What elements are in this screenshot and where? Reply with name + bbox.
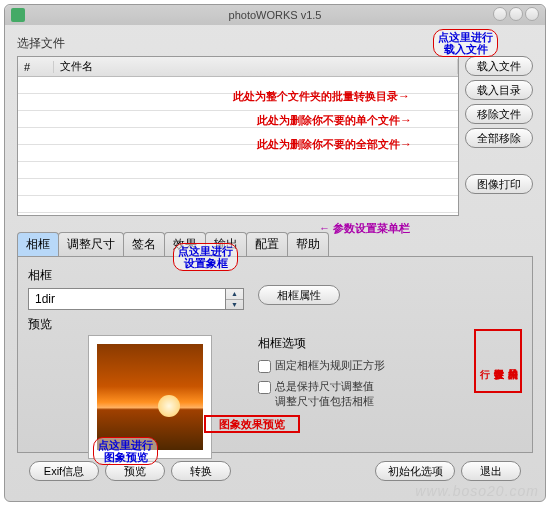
table-body xyxy=(18,77,458,216)
remove-all-button[interactable]: 全部移除 xyxy=(465,128,533,148)
frame-combo-input[interactable] xyxy=(28,288,226,310)
tab-help[interactable]: 帮助 xyxy=(287,232,329,256)
preview-label: 预览 xyxy=(28,316,244,333)
maximize-button[interactable] xyxy=(509,7,523,21)
tab-config[interactable]: 配置 xyxy=(246,232,288,256)
remove-file-button[interactable]: 移除文件 xyxy=(465,104,533,124)
app-window: photoWORKS v1.5 选择文件 # 文件名 载入文件 载入目录 xyxy=(4,4,546,502)
tab-resize[interactable]: 调整尺寸 xyxy=(58,232,124,256)
minimize-button[interactable] xyxy=(493,7,507,21)
print-button[interactable]: 图像打印 xyxy=(465,174,533,194)
annot-box-sideopts: 相关的目 参数设置 行 xyxy=(474,329,522,393)
window-controls xyxy=(493,7,539,21)
watermark: www.boso20.com xyxy=(415,483,539,499)
sunset-image xyxy=(97,344,203,450)
app-icon xyxy=(11,8,25,22)
load-dir-button[interactable]: 载入目录 xyxy=(465,80,533,100)
col-number: # xyxy=(18,61,54,73)
tab-output[interactable]: 输出 xyxy=(205,232,247,256)
load-files-button[interactable]: 载入文件 xyxy=(465,56,533,76)
tab-frame[interactable]: 相框 xyxy=(17,232,59,256)
exif-button[interactable]: Exif信息 xyxy=(29,461,99,481)
tab-bar: 相框 调整尺寸 签名 效果 输出 配置 帮助 xyxy=(17,232,533,257)
tab-panel-frame: 相框 ▲▼ 预览 相框属性 xyxy=(17,257,533,453)
opt-keepsize-label: 总是保持尺寸调整值 调整尺寸值包括相框 xyxy=(275,379,374,409)
exit-button[interactable]: 退出 xyxy=(461,461,521,481)
opt-square-label: 固定相框为规则正方形 xyxy=(275,358,385,373)
frame-group-label: 相框 xyxy=(28,267,244,284)
opt-keepsize-checkbox[interactable] xyxy=(258,381,271,394)
sun-icon xyxy=(158,395,180,417)
table-header: # 文件名 xyxy=(18,57,458,77)
annot-box-effect: 图象效果预览 xyxy=(204,415,300,433)
frame-props-button[interactable]: 相框属性 xyxy=(258,285,340,305)
opt-square-checkbox[interactable] xyxy=(258,360,271,373)
init-button[interactable]: 初始化选项 xyxy=(375,461,455,481)
tab-effect[interactable]: 效果 xyxy=(164,232,206,256)
convert-button[interactable]: 转换 xyxy=(171,461,231,481)
close-button[interactable] xyxy=(525,7,539,21)
file-table[interactable]: # 文件名 xyxy=(17,56,459,216)
frame-combo[interactable]: ▲▼ xyxy=(28,288,244,310)
tab-signature[interactable]: 签名 xyxy=(123,232,165,256)
frame-spinner[interactable]: ▲▼ xyxy=(226,288,244,310)
annot-effect: 图象效果预览 xyxy=(219,417,285,432)
preview-thumbnail xyxy=(88,335,212,459)
col-filename: 文件名 xyxy=(54,59,458,74)
preview-button[interactable]: 预览 xyxy=(105,461,165,481)
select-files-label: 选择文件 xyxy=(17,35,533,52)
window-title: photoWORKS v1.5 xyxy=(229,9,322,21)
titlebar: photoWORKS v1.5 xyxy=(5,5,545,25)
